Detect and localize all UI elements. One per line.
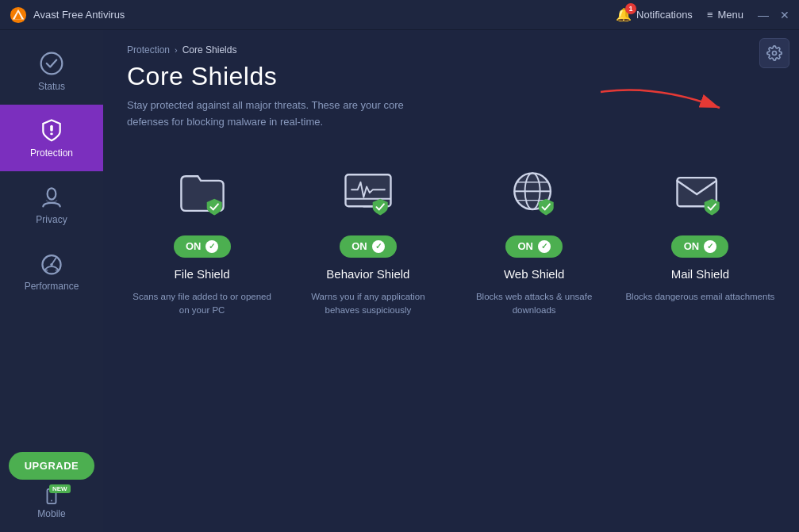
- title-bar-left: Avast Free Antivirus: [10, 6, 125, 24]
- web-shield-name: Web Shield: [504, 267, 564, 281]
- notifications-label: Notifications: [636, 9, 693, 21]
- web-shield-check-icon: ✓: [538, 240, 551, 253]
- sidebar-bottom: UPGRADE NEW Mobile: [0, 452, 103, 532]
- menu-label: Menu: [717, 9, 743, 21]
- svg-point-4: [48, 188, 56, 199]
- main-content: Protection › Core Shields Core Shields S…: [103, 30, 799, 532]
- hamburger-icon: ≡: [707, 9, 713, 21]
- sidebar-item-protection-label: Protection: [30, 147, 73, 159]
- privacy-icon: [39, 184, 64, 209]
- behavior-shield-desc: Warns you if any application behaves sus…: [293, 290, 443, 318]
- mail-shield-status: ON: [684, 240, 700, 252]
- web-shield-desc: Blocks web attacks & unsafe downloads: [459, 290, 609, 318]
- menu-button[interactable]: ≡ Menu: [707, 9, 743, 21]
- performance-icon: [39, 251, 64, 276]
- minimize-button[interactable]: —: [758, 9, 769, 21]
- mail-shield-card: ON ✓ Mail Shield Blocks dangerous email …: [625, 163, 775, 318]
- notifications-button[interactable]: 🔔 1 Notifications: [616, 7, 693, 22]
- file-shield-toggle[interactable]: ON ✓: [174, 235, 231, 258]
- breadcrumb: Protection › Core Shields: [103, 30, 799, 62]
- file-shield-icon: [172, 164, 232, 224]
- web-shield-status: ON: [517, 240, 533, 252]
- behavior-shield-name: Behavior Shield: [326, 267, 409, 281]
- red-arrow: [593, 84, 736, 135]
- mail-shield-icon-wrap: [668, 163, 732, 226]
- sidebar-item-privacy[interactable]: Privacy: [0, 171, 103, 238]
- file-shield-name: File Shield: [175, 267, 230, 281]
- svg-point-11: [51, 500, 52, 502]
- behavior-shield-toggle[interactable]: ON ✓: [340, 235, 397, 258]
- mail-shield-desc: Blocks dangerous email attachments: [625, 290, 774, 304]
- svg-point-1: [41, 53, 63, 75]
- mail-shield-check-icon: ✓: [704, 240, 716, 253]
- protection-icon: [39, 117, 64, 143]
- avast-logo-icon: [10, 6, 27, 24]
- behavior-shield-icon: [338, 164, 398, 224]
- sidebar-item-status[interactable]: Status: [0, 38, 103, 105]
- settings-gear-button[interactable]: [759, 38, 789, 68]
- new-badge: NEW: [49, 484, 71, 493]
- sidebar-item-performance[interactable]: Performance: [0, 238, 103, 304]
- close-button[interactable]: ✕: [780, 9, 789, 21]
- web-shield-card: ON ✓ Web Shield Blocks web attacks & uns…: [459, 163, 609, 318]
- title-bar: Avast Free Antivirus 🔔 1 Notifications ≡…: [0, 0, 799, 30]
- bell-icon: 🔔 1: [616, 7, 632, 22]
- title-bar-right: 🔔 1 Notifications ≡ Menu — ✕: [616, 7, 789, 22]
- mobile-label: Mobile: [37, 508, 65, 519]
- web-shield-toggle[interactable]: ON ✓: [505, 235, 563, 258]
- page-description: Stay protected against all major threats…: [103, 98, 436, 155]
- behavior-shield-status: ON: [351, 240, 367, 252]
- svg-rect-2: [50, 125, 53, 132]
- file-shield-card: ON ✓ File Shield Scans any file added to…: [127, 163, 277, 318]
- web-shield-icon: [504, 164, 564, 224]
- file-shield-desc: Scans any file added to or opened on you…: [127, 290, 277, 318]
- upgrade-button[interactable]: UPGRADE: [9, 452, 95, 480]
- app-title: Avast Free Antivirus: [33, 9, 125, 21]
- file-shield-check-icon: ✓: [206, 240, 218, 253]
- sidebar-item-privacy-label: Privacy: [36, 214, 67, 225]
- svg-rect-3: [50, 133, 53, 136]
- notification-badge: 1: [625, 3, 636, 14]
- breadcrumb-separator: ›: [175, 45, 178, 55]
- sidebar-item-mobile[interactable]: NEW Mobile: [37, 488, 65, 519]
- status-icon: [39, 51, 64, 76]
- behavior-shield-card: ON ✓ Behavior Shield Warns you if any ap…: [293, 163, 443, 318]
- window-controls: — ✕: [758, 9, 789, 21]
- web-shield-icon-wrap: [502, 163, 566, 226]
- gear-icon: [766, 45, 782, 61]
- file-shield-status: ON: [186, 240, 202, 252]
- breadcrumb-current: Core Shields: [182, 44, 237, 55]
- shields-grid: ON ✓ File Shield Scans any file added to…: [103, 155, 799, 318]
- behavior-shield-check-icon: ✓: [372, 240, 385, 253]
- mail-shield-icon: [670, 164, 730, 224]
- sidebar: Status Protection Privacy: [0, 30, 103, 532]
- sidebar-item-status-label: Status: [38, 81, 65, 92]
- mail-shield-name: Mail Shield: [671, 267, 729, 281]
- sidebar-item-protection[interactable]: Protection: [0, 105, 103, 171]
- svg-point-7: [50, 263, 53, 266]
- sidebar-item-performance-label: Performance: [25, 281, 79, 292]
- mail-shield-toggle[interactable]: ON ✓: [671, 235, 728, 258]
- file-shield-icon-wrap: [171, 163, 234, 226]
- behavior-shield-icon-wrap: [336, 163, 400, 226]
- breadcrumb-parent[interactable]: Protection: [127, 44, 170, 55]
- app-body: Status Protection Privacy: [0, 30, 799, 532]
